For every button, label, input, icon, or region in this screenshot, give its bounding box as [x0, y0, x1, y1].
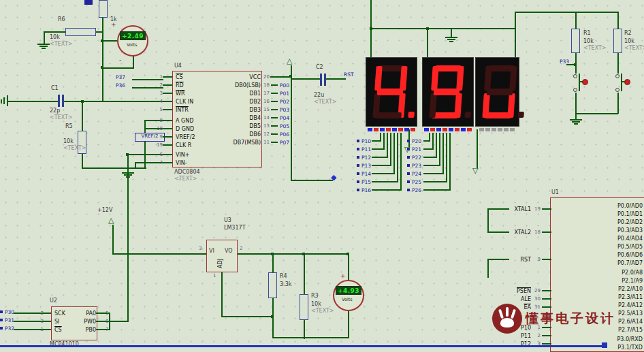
net-terminal[interactable]: P20 [407, 137, 421, 145]
pin-row[interactable]: 8 A GND [155, 116, 195, 125]
resistor-r2[interactable] [613, 29, 622, 53]
pin-row[interactable]: 1 CS [155, 73, 195, 81]
voltmeter-2[interactable] [333, 280, 364, 311]
pin-row[interactable]: PB0 7 [65, 325, 114, 334]
pin-row[interactable]: 6 VIN+ [155, 150, 195, 159]
net-terminal[interactable]: P23 [407, 161, 421, 170]
wire [82, 167, 146, 169]
pin-row[interactable]: PA0 5 [65, 309, 114, 317]
resistor-r4[interactable] [268, 272, 277, 298]
power-rail-label[interactable]: +12V [97, 208, 112, 214]
pin-row[interactable]: DB4 [195, 114, 261, 122]
pin-row[interactable]: P0.0/AD0 [545, 202, 643, 210]
net-label-rst[interactable]: RST [344, 72, 354, 78]
pin-row[interactable]: 16 P02 [263, 97, 289, 106]
net-terminal[interactable]: P22 [407, 153, 421, 161]
net-terminal[interactable]: P13 [357, 161, 371, 170]
resistor-1k[interactable] [99, 0, 108, 18]
resistor-r1[interactable] [571, 29, 580, 53]
net-terminal[interactable]: P12 [357, 153, 371, 161]
u3-device: LM317T [224, 225, 246, 231]
seven-seg-display-2[interactable] [422, 57, 474, 127]
pin-row[interactable]: P0.7/AD7 [545, 259, 643, 267]
junction-dot [302, 253, 305, 255]
resistor-r3[interactable] [300, 294, 308, 320]
pin-stub [163, 120, 172, 121]
pin-row[interactable]: 3 WR [155, 89, 195, 97]
pin-row[interactable]: 14 P04 [263, 114, 289, 122]
pin-row[interactable]: P0.2/AD2 [545, 218, 643, 226]
capacitor-c2[interactable] [320, 74, 322, 86]
net-terminal[interactable]: P24 [407, 170, 421, 178]
net-label-p36[interactable]: P36 [116, 83, 125, 89]
net-terminal[interactable]: P16 [357, 186, 371, 194]
pin-row[interactable]: 11 P07 [263, 138, 289, 146]
pin-row[interactable]: 12 P06 [263, 130, 289, 138]
net-terminal[interactable]: P11 [357, 145, 371, 153]
net-terminal[interactable]: P15 [357, 178, 371, 186]
pin-row[interactable]: P3.1/TXD [545, 343, 643, 351]
pin-row[interactable]: P2.2/A10 [545, 285, 643, 293]
pin-indicator [467, 128, 472, 131]
pin-row[interactable]: P2.3/A11 [545, 293, 643, 301]
pin-row[interactable]: DB3 [195, 106, 261, 114]
pin-row[interactable]: 4 CLK IN [155, 97, 195, 106]
pin-row[interactable]: P3.0/RXD [545, 335, 643, 343]
pin-row[interactable]: DB5 [195, 122, 261, 130]
net-label-p37[interactable]: P37 [116, 75, 125, 80]
pin-row[interactable]: 15 P03 [263, 106, 289, 114]
net-label-p33[interactable]: P33 [560, 59, 569, 65]
pin-row[interactable]: P0.6/AD6 [545, 251, 643, 259]
pin-row[interactable]: 9 VREF/2 [155, 133, 195, 141]
pin-row[interactable]: P0.5/AD5 [545, 242, 643, 251]
pin-row[interactable]: 19 CLK R [155, 141, 195, 149]
c1-ref: C1 [51, 86, 59, 92]
net-terminal[interactable]: P26 [407, 186, 421, 194]
seven-seg-display-1[interactable] [366, 57, 417, 127]
pin-row[interactable]: P0.1/AD1 [545, 210, 643, 218]
pin-stub [163, 109, 172, 110]
pin-row[interactable]: 3 SI [35, 317, 65, 325]
arrow-down-terminal-icon: ▽ [404, 146, 410, 153]
pin-row[interactable]: 7 VIN- [155, 159, 195, 167]
pin-row[interactable]: DB1 [195, 89, 261, 97]
pin-row[interactable]: 10 D GND [155, 125, 195, 133]
pin-row[interactable]: P2.4/A12 [545, 301, 643, 309]
pin-row[interactable]: DB2 [195, 97, 261, 106]
pin-row[interactable]: P2.0/A8 [545, 268, 643, 276]
pin-row[interactable]: 1 CS [35, 325, 65, 334]
wire [348, 253, 349, 281]
pin-row[interactable]: 2 SCK [35, 309, 65, 317]
net-terminal[interactable]: P10 [357, 137, 371, 145]
capacitor-c2[interactable] [324, 74, 326, 86]
wire [423, 173, 444, 174]
pin-row[interactable]: 18 P00 [263, 81, 289, 89]
capacitor-c1[interactable] [58, 95, 60, 107]
wire [390, 133, 391, 166]
pin-row[interactable]: VCC [195, 73, 261, 81]
pin-row[interactable]: DB6 [195, 130, 261, 138]
pin-row[interactable]: DB7(MSB) [195, 138, 261, 146]
push-button-2[interactable] [624, 79, 630, 85]
pin-row[interactable]: 2 RD [155, 81, 195, 89]
net-terminal[interactable]: P14 [357, 170, 371, 178]
push-button-1[interactable] [582, 79, 588, 85]
net-terminal[interactable]: P31 [0, 316, 14, 324]
pin-row[interactable]: 5 INTR [155, 106, 195, 114]
voltmeter-1[interactable] [117, 25, 148, 57]
net-terminal[interactable]: P25 [407, 178, 421, 186]
capacitor-c1[interactable] [62, 95, 64, 107]
resistor-r6[interactable] [65, 28, 96, 36]
seven-seg-display-3[interactable] [475, 57, 519, 127]
pin-row[interactable]: P0.4/AD4 [545, 234, 643, 242]
pin-row[interactable]: DB0(LSB) [195, 81, 261, 89]
net-terminal[interactable]: P32 [0, 324, 14, 332]
pin-row[interactable]: 17 P01 [263, 89, 289, 97]
pin-row[interactable]: 20 [263, 73, 289, 81]
net-terminal[interactable]: P30 [0, 308, 14, 316]
pin-row[interactable]: 13 P05 [263, 122, 289, 130]
pin-row[interactable]: P2.1/A9 [545, 276, 643, 285]
wire [291, 180, 333, 181]
pin-row[interactable]: P0.3/AD3 [545, 226, 643, 234]
pin-row[interactable]: PW0 6 [65, 317, 114, 325]
